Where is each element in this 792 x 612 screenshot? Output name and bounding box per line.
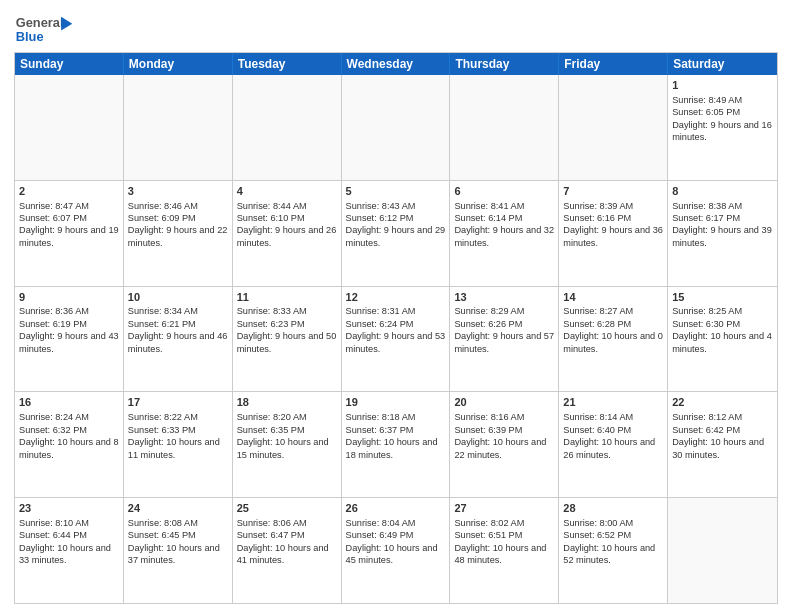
day-number: 16 [19, 395, 119, 410]
day-info-line: Sunrise: 8:16 AM [454, 411, 554, 423]
day-info-line: Sunrise: 8:36 AM [19, 305, 119, 317]
day-info-line: Sunrise: 8:29 AM [454, 305, 554, 317]
day-cell-25: 25Sunrise: 8:06 AMSunset: 6:47 PMDayligh… [233, 498, 342, 603]
day-number: 27 [454, 501, 554, 516]
day-info-line: Sunrise: 8:33 AM [237, 305, 337, 317]
day-info-line: Daylight: 9 hours and 46 minutes. [128, 330, 228, 355]
empty-cell [450, 75, 559, 180]
day-number: 28 [563, 501, 663, 516]
day-info-line: Sunset: 6:05 PM [672, 106, 773, 118]
day-cell-2: 2Sunrise: 8:47 AMSunset: 6:07 PMDaylight… [15, 181, 124, 286]
day-info-line: Sunset: 6:07 PM [19, 212, 119, 224]
page: General Blue SundayMondayTuesdayWednesda… [0, 0, 792, 612]
header-day-friday: Friday [559, 53, 668, 75]
day-info-line: Sunset: 6:44 PM [19, 529, 119, 541]
day-info-line: Sunset: 6:35 PM [237, 424, 337, 436]
day-info-line: Sunrise: 8:12 AM [672, 411, 773, 423]
day-number: 17 [128, 395, 228, 410]
day-info-line: Daylight: 9 hours and 19 minutes. [19, 224, 119, 249]
day-cell-27: 27Sunrise: 8:02 AMSunset: 6:51 PMDayligh… [450, 498, 559, 603]
day-info-line: Sunset: 6:40 PM [563, 424, 663, 436]
day-cell-16: 16Sunrise: 8:24 AMSunset: 6:32 PMDayligh… [15, 392, 124, 497]
day-info-line: Sunset: 6:47 PM [237, 529, 337, 541]
day-info-line: Daylight: 9 hours and 43 minutes. [19, 330, 119, 355]
day-info-line: Sunrise: 8:24 AM [19, 411, 119, 423]
day-info-line: Sunrise: 8:38 AM [672, 200, 773, 212]
day-info-line: Sunset: 6:14 PM [454, 212, 554, 224]
day-number: 19 [346, 395, 446, 410]
day-cell-1: 1Sunrise: 8:49 AMSunset: 6:05 PMDaylight… [668, 75, 777, 180]
day-info-line: Sunset: 6:24 PM [346, 318, 446, 330]
day-info-line: Daylight: 10 hours and 45 minutes. [346, 542, 446, 567]
day-info-line: Sunrise: 8:02 AM [454, 517, 554, 529]
svg-text:General: General [16, 15, 64, 30]
day-cell-6: 6Sunrise: 8:41 AMSunset: 6:14 PMDaylight… [450, 181, 559, 286]
week-row-4: 16Sunrise: 8:24 AMSunset: 6:32 PMDayligh… [15, 392, 777, 498]
day-info-line: Sunset: 6:52 PM [563, 529, 663, 541]
day-number: 22 [672, 395, 773, 410]
day-info-line: Daylight: 10 hours and 48 minutes. [454, 542, 554, 567]
day-info-line: Daylight: 10 hours and 33 minutes. [19, 542, 119, 567]
day-info-line: Sunset: 6:39 PM [454, 424, 554, 436]
header-day-saturday: Saturday [668, 53, 777, 75]
day-info-line: Daylight: 9 hours and 36 minutes. [563, 224, 663, 249]
day-cell-20: 20Sunrise: 8:16 AMSunset: 6:39 PMDayligh… [450, 392, 559, 497]
day-cell-18: 18Sunrise: 8:20 AMSunset: 6:35 PMDayligh… [233, 392, 342, 497]
day-info-line: Daylight: 10 hours and 37 minutes. [128, 542, 228, 567]
day-info-line: Sunset: 6:45 PM [128, 529, 228, 541]
day-number: 26 [346, 501, 446, 516]
day-number: 3 [128, 184, 228, 199]
day-cell-22: 22Sunrise: 8:12 AMSunset: 6:42 PMDayligh… [668, 392, 777, 497]
calendar-body: 1Sunrise: 8:49 AMSunset: 6:05 PMDaylight… [15, 75, 777, 603]
week-row-3: 9Sunrise: 8:36 AMSunset: 6:19 PMDaylight… [15, 287, 777, 393]
day-info-line: Sunset: 6:32 PM [19, 424, 119, 436]
day-info-line: Daylight: 9 hours and 29 minutes. [346, 224, 446, 249]
empty-cell [233, 75, 342, 180]
day-cell-12: 12Sunrise: 8:31 AMSunset: 6:24 PMDayligh… [342, 287, 451, 392]
day-number: 21 [563, 395, 663, 410]
day-info-line: Daylight: 10 hours and 4 minutes. [672, 330, 773, 355]
day-number: 23 [19, 501, 119, 516]
day-cell-19: 19Sunrise: 8:18 AMSunset: 6:37 PMDayligh… [342, 392, 451, 497]
day-info-line: Daylight: 10 hours and 11 minutes. [128, 436, 228, 461]
day-cell-28: 28Sunrise: 8:00 AMSunset: 6:52 PMDayligh… [559, 498, 668, 603]
day-cell-17: 17Sunrise: 8:22 AMSunset: 6:33 PMDayligh… [124, 392, 233, 497]
day-number: 8 [672, 184, 773, 199]
empty-cell [342, 75, 451, 180]
day-info-line: Sunset: 6:30 PM [672, 318, 773, 330]
day-info-line: Daylight: 10 hours and 0 minutes. [563, 330, 663, 355]
day-info-line: Daylight: 9 hours and 32 minutes. [454, 224, 554, 249]
day-info-line: Daylight: 9 hours and 50 minutes. [237, 330, 337, 355]
day-info-line: Daylight: 10 hours and 30 minutes. [672, 436, 773, 461]
header-day-wednesday: Wednesday [342, 53, 451, 75]
day-info-line: Sunrise: 8:04 AM [346, 517, 446, 529]
empty-cell [668, 498, 777, 603]
day-info-line: Sunset: 6:28 PM [563, 318, 663, 330]
header-day-tuesday: Tuesday [233, 53, 342, 75]
day-info-line: Sunrise: 8:00 AM [563, 517, 663, 529]
day-info-line: Sunrise: 8:08 AM [128, 517, 228, 529]
day-info-line: Daylight: 9 hours and 16 minutes. [672, 119, 773, 144]
calendar: SundayMondayTuesdayWednesdayThursdayFrid… [14, 52, 778, 604]
day-info-line: Daylight: 10 hours and 15 minutes. [237, 436, 337, 461]
day-info-line: Daylight: 9 hours and 22 minutes. [128, 224, 228, 249]
day-cell-21: 21Sunrise: 8:14 AMSunset: 6:40 PMDayligh… [559, 392, 668, 497]
day-number: 12 [346, 290, 446, 305]
day-info-line: Sunset: 6:17 PM [672, 212, 773, 224]
day-info-line: Daylight: 10 hours and 18 minutes. [346, 436, 446, 461]
day-info-line: Sunrise: 8:20 AM [237, 411, 337, 423]
day-number: 5 [346, 184, 446, 199]
day-info-line: Sunrise: 8:25 AM [672, 305, 773, 317]
week-row-1: 1Sunrise: 8:49 AMSunset: 6:05 PMDaylight… [15, 75, 777, 181]
svg-text:Blue: Blue [16, 29, 44, 44]
calendar-header: SundayMondayTuesdayWednesdayThursdayFrid… [15, 53, 777, 75]
day-cell-14: 14Sunrise: 8:27 AMSunset: 6:28 PMDayligh… [559, 287, 668, 392]
day-info-line: Sunset: 6:10 PM [237, 212, 337, 224]
day-info-line: Sunset: 6:42 PM [672, 424, 773, 436]
day-number: 15 [672, 290, 773, 305]
day-info-line: Daylight: 9 hours and 26 minutes. [237, 224, 337, 249]
day-cell-5: 5Sunrise: 8:43 AMSunset: 6:12 PMDaylight… [342, 181, 451, 286]
day-cell-10: 10Sunrise: 8:34 AMSunset: 6:21 PMDayligh… [124, 287, 233, 392]
day-info-line: Sunrise: 8:47 AM [19, 200, 119, 212]
day-number: 11 [237, 290, 337, 305]
